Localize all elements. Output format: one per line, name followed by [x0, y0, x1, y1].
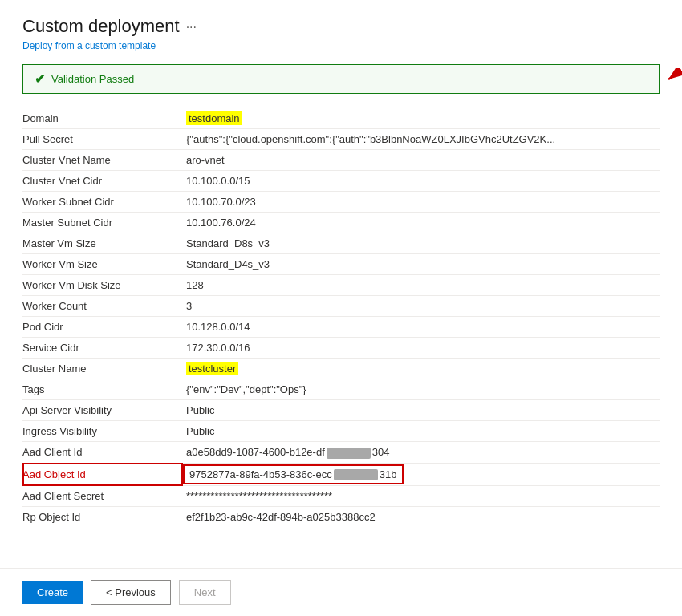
footer: Create < Previous Next [0, 568, 682, 616]
field-label: Service Cidr [22, 338, 183, 359]
arrow-annotation [659, 68, 682, 91]
field-value: Public [183, 400, 660, 421]
field-value: testcluster [183, 359, 660, 379]
field-label: Pod Cidr [22, 317, 183, 338]
field-label: Cluster Name [22, 359, 183, 379]
table-row: Tags{"env":"Dev","dept":"Ops"} [22, 379, 660, 400]
deployment-details-table: DomaintestdomainPull Secret{"auths":{"cl… [22, 108, 660, 527]
more-options-icon[interactable]: ··· [186, 20, 197, 34]
field-label: Aad Client Id [22, 442, 183, 464]
field-label: Aad Object Id [22, 463, 183, 486]
field-label: Cluster Vnet Name [22, 150, 183, 171]
page-subtitle: Deploy from a custom template [22, 40, 660, 51]
field-label: Pull Secret [22, 129, 183, 150]
table-row: Aad Object Id9752877a-89fa-4b53-836c-ecc… [22, 463, 660, 486]
field-label: Master Vm Size [22, 233, 183, 254]
page-title: Custom deployment [22, 16, 180, 37]
table-row: Cluster Vnet Cidr10.100.0.0/15 [22, 171, 660, 192]
table-row: Api Server VisibilityPublic [22, 400, 660, 421]
field-label: Master Subnet Cidr [22, 213, 183, 233]
validation-banner: ✔ Validation Passed [22, 64, 660, 94]
field-value: 10.128.0.0/14 [183, 317, 660, 338]
table-row: Ingress VisibilityPublic [22, 421, 660, 442]
table-row: Domaintestdomain [22, 108, 660, 129]
field-value: 10.100.76.0/24 [183, 213, 660, 233]
check-icon: ✔ [35, 71, 45, 87]
table-row: Cluster Vnet Namearo-vnet [22, 150, 660, 171]
field-label: Cluster Vnet Cidr [22, 171, 183, 192]
field-value: aro-vnet [183, 150, 660, 171]
redacted-value: 9752877a-89fa-4b53-836c-ecc31b [186, 468, 400, 482]
table-row: Master Subnet Cidr10.100.76.0/24 [22, 213, 660, 233]
table-row: Rp Object Idef2f1b23-ab9c-42df-894b-a025… [22, 507, 660, 528]
table-row: Aad Client Ida0e58dd9-1087-4600-b12e-df3… [22, 442, 660, 464]
field-label: Worker Vm Disk Size [22, 275, 183, 296]
previous-button[interactable]: < Previous [91, 580, 171, 605]
field-label: Worker Vm Size [22, 254, 183, 275]
field-label: Tags [22, 379, 183, 400]
table-row: Service Cidr172.30.0.0/16 [22, 338, 660, 359]
next-button: Next [179, 580, 231, 605]
table-row: Cluster Nametestcluster [22, 359, 660, 379]
field-label: Rp Object Id [22, 507, 183, 528]
field-label: Api Server Visibility [22, 400, 183, 421]
field-value: {"env":"Dev","dept":"Ops"} [183, 379, 660, 400]
field-value: ef2f1b23-ab9c-42df-894b-a025b3388cc2 [183, 507, 660, 528]
field-value: 10.100.70.0/23 [183, 192, 660, 213]
create-button[interactable]: Create [22, 581, 83, 604]
table-row: Worker Vm Disk Size128 [22, 275, 660, 296]
field-value: 10.100.0.0/15 [183, 171, 660, 192]
field-label: Worker Subnet Cidr [22, 192, 183, 213]
field-value: Standard_D4s_v3 [183, 254, 660, 275]
field-label: Ingress Visibility [22, 421, 183, 442]
field-value: a0e58dd9-1087-4600-b12e-df304 [183, 442, 660, 464]
field-label: Worker Count [22, 296, 183, 317]
field-value: 9752877a-89fa-4b53-836c-ecc31b [183, 463, 660, 486]
table-row: Aad Client Secret***********************… [22, 486, 660, 507]
table-row: Pod Cidr10.128.0.0/14 [22, 317, 660, 338]
validation-text: Validation Passed [51, 73, 134, 85]
field-value: ************************************ [183, 486, 660, 507]
field-value: 3 [183, 296, 660, 317]
field-value: testdomain [183, 108, 660, 129]
table-row: Worker Vm SizeStandard_D4s_v3 [22, 254, 660, 275]
table-row: Worker Subnet Cidr10.100.70.0/23 [22, 192, 660, 213]
field-label: Aad Client Secret [22, 486, 183, 507]
field-value: Public [183, 421, 660, 442]
table-row: Pull Secret{"auths":{"cloud.openshift.co… [22, 129, 660, 150]
field-value: {"auths":{"cloud.openshift.com":{"auth":… [183, 129, 660, 150]
field-label: Domain [22, 108, 183, 129]
field-value: 172.30.0.0/16 [183, 338, 660, 359]
table-row: Worker Count3 [22, 296, 660, 317]
field-value: 128 [183, 275, 660, 296]
table-row: Master Vm SizeStandard_D8s_v3 [22, 233, 660, 254]
field-value: Standard_D8s_v3 [183, 233, 660, 254]
